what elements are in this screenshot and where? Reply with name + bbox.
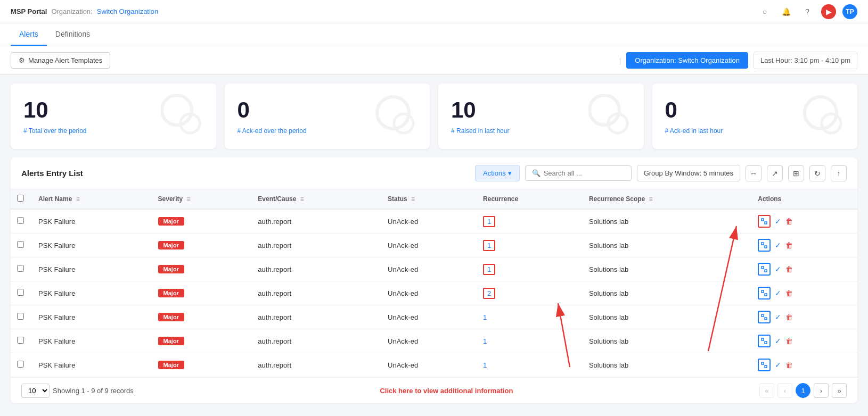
avatar[interactable]: TP [842,4,857,19]
bell-icon[interactable]: 🔔 [779,4,793,19]
stat-card-raised: 10 # Raised in last hour [438,84,644,149]
alerts-list-title: Alerts Entry List [21,169,83,178]
external-link-btn[interactable]: ↗ [767,165,783,181]
ack-button-5[interactable]: ✓ [775,337,781,345]
delete-button-3[interactable]: 🗑 [785,289,793,297]
tab-alerts[interactable]: Alerts [11,23,47,46]
last-page-button[interactable]: » [832,383,847,398]
ack-button-2[interactable]: ✓ [775,265,781,273]
expand-button-2[interactable] [758,263,771,276]
row-checkbox-3[interactable] [17,289,24,296]
row-scope-2: Solutions lab [583,257,751,281]
stat-acked-hour-icon [802,94,845,138]
group-by-button[interactable]: Group By Window: 5 minutes [637,165,740,181]
svg-rect-15 [765,294,767,296]
row-checkbox-0[interactable] [17,217,24,224]
stat-acked-hour-label[interactable]: # Ack-ed in last hour [665,127,723,135]
search-box[interactable]: 🔍 [525,165,632,181]
row-checkbox-4[interactable] [17,313,24,320]
row-status-2: UnAck-ed [381,257,477,281]
recurrence-value-6: 1 [483,361,487,369]
expand-button-0[interactable] [758,215,771,228]
row-severity-2: Major [152,257,252,281]
row-checkbox-6[interactable] [17,361,24,368]
row-checkbox-cell [11,234,32,257]
expand-button-5[interactable] [758,335,771,347]
stat-total-label[interactable]: # Total over the period [23,127,87,135]
columns-btn[interactable]: ⊞ [788,165,804,181]
stat-acked-icon [374,94,417,138]
delete-button-4[interactable]: 🗑 [785,313,793,321]
tab-definitions[interactable]: Definitions [47,23,99,46]
select-all-checkbox[interactable] [17,195,24,202]
severity-badge-0: Major [158,217,184,226]
row-alert-name-0: PSK Failure [32,209,152,234]
expand-button-4[interactable] [758,311,771,323]
divider: | [619,56,621,64]
table-row: PSK Failure Major auth.report UnAck-ed 1… [11,209,857,234]
row-checkbox-5[interactable] [17,337,24,344]
alerts-section: Alerts Entry List Actions ▾ 🔍 Group By W… [11,157,857,403]
switch-org-link[interactable]: Switch Organization [97,7,159,15]
stat-raised-label[interactable]: # Raised in last hour [451,127,509,135]
row-scope-4: Solutions lab [583,305,751,329]
ack-button-0[interactable]: ✓ [775,217,781,226]
row-checkbox-1[interactable] [17,241,24,248]
row-checkbox-2[interactable] [17,265,24,272]
ack-button-1[interactable]: ✓ [775,241,781,249]
stat-card-total: 10 # Total over the period [11,84,216,149]
prev-page-button[interactable]: ‹ [777,383,792,398]
row-recurrence-0: 1 [477,209,583,234]
sort-recurrence-scope-icon[interactable]: ≡ [649,195,653,203]
row-scope-5: Solutions lab [583,329,751,353]
actions-button[interactable]: Actions ▾ [475,165,520,181]
row-alert-name-3: PSK Failure [32,281,152,305]
org-switch-button[interactable]: Organization: Switch Organization [626,52,748,69]
row-status-1: UnAck-ed [381,234,477,257]
alerts-header: Alerts Entry List Actions ▾ 🔍 Group By W… [11,157,857,189]
youtube-icon[interactable]: ▶ [821,4,836,19]
delete-button-6[interactable]: 🗑 [785,361,793,369]
upload-btn[interactable]: ↑ [831,165,847,181]
next-page-button[interactable]: › [814,383,829,398]
page-size-select[interactable]: 10 25 50 [21,384,50,398]
action-icons-0: ✓ 🗑 [758,215,851,228]
search-input[interactable] [544,169,624,177]
expand-icon-btn[interactable]: ↔ [746,165,761,181]
row-status-5: UnAck-ed [381,329,477,353]
ack-button-3[interactable]: ✓ [775,289,781,297]
actions-label: Actions [483,169,506,177]
first-page-button[interactable]: « [759,383,774,398]
sort-severity-icon[interactable]: ≡ [187,195,191,203]
stat-acked-label[interactable]: # Ack-ed over the period [238,127,307,135]
sort-status-icon[interactable]: ≡ [411,195,415,203]
row-recurrence-5: 1 [477,329,583,353]
showing-records-text: Showing 1 - 9 of 9 records [53,387,134,395]
manage-alert-templates-button[interactable]: ⚙ Manage Alert Templates [11,52,110,69]
expand-button-3[interactable] [758,287,771,299]
row-event-cause-4: auth.report [251,305,381,329]
alerts-controls: Actions ▾ 🔍 Group By Window: 5 minutes ↔… [475,165,847,181]
help-icon[interactable]: ? [800,4,815,19]
page-1-button[interactable]: 1 [796,383,810,398]
row-recurrence-1: 1 [477,234,583,257]
sort-alert-name-icon[interactable]: ≡ [76,195,80,203]
delete-button-2[interactable]: 🗑 [785,265,793,273]
svg-rect-11 [765,246,767,248]
sort-event-cause-icon[interactable]: ≡ [300,195,304,203]
expand-button-6[interactable] [758,359,771,371]
action-icons-5: ✓ 🗑 [758,335,851,347]
delete-button-1[interactable]: 🗑 [785,241,793,249]
delete-button-0[interactable]: 🗑 [785,217,793,226]
expand-button-1[interactable] [758,239,771,252]
refresh-btn[interactable]: ↻ [809,165,825,181]
ack-button-6[interactable]: ✓ [775,361,781,369]
row-checkbox-cell [11,209,32,234]
stat-acked-hour-value: 0 [665,98,723,122]
table-row: PSK Failure Major auth.report UnAck-ed 1… [11,305,857,329]
row-actions-4: ✓ 🗑 [751,305,857,329]
ack-button-4[interactable]: ✓ [775,313,781,321]
circle-icon[interactable]: ○ [757,4,772,19]
col-event-cause: Event/Cause ≡ [251,189,381,209]
delete-button-5[interactable]: 🗑 [785,337,793,345]
